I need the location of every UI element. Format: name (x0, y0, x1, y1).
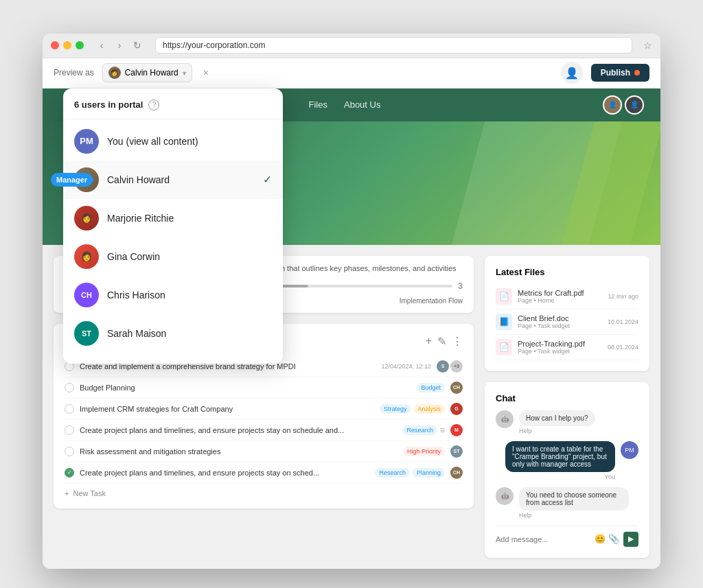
chat-label-3: Help (519, 512, 629, 519)
minimize-traffic-light[interactable] (63, 41, 71, 49)
chat-avatar-help-1: 🤖 (496, 410, 514, 428)
file-date-2: 10.01.2024 (608, 318, 638, 325)
dropdown-item-calvin[interactable]: Manager 🧑 Calvin Howard ✓ (63, 161, 283, 199)
task-tag-analysis: Analysis (413, 404, 445, 414)
nav-about[interactable]: About Us (344, 99, 380, 110)
dropdown-avatar-gina: 👩 (74, 244, 99, 269)
task-name-6: Create project plans and timelines, and … (80, 469, 369, 477)
forward-button[interactable]: › (113, 38, 126, 52)
task-tag-research2: Research (375, 468, 410, 478)
task-tag-strategy: Strategy (380, 404, 411, 414)
close-traffic-light[interactable] (51, 41, 59, 49)
chat-avatar-help-2: 🤖 (496, 487, 514, 505)
publish-indicator (634, 70, 640, 75)
task-checkbox-3[interactable] (65, 404, 74, 414)
task-tags-4: Research ≡ (402, 425, 445, 435)
dropdown-avatar-marjorie: 👩 (74, 206, 99, 231)
preview-as-selector[interactable]: 🧑 Calvin Howard ▾ (102, 63, 192, 82)
bookmark-icon[interactable]: ☆ (643, 40, 652, 51)
chat-label-2: You (505, 473, 615, 480)
task-row: Risk assessment and mitigation strategie… (65, 441, 463, 462)
manager-label: Manager (56, 176, 87, 184)
address-bar[interactable]: https://your-corporation.com (155, 37, 632, 54)
chat-input-icons: 😊 📎 (595, 534, 619, 544)
task-tag-planning: Planning (413, 468, 445, 478)
dropdown-item-chris[interactable]: CH Chris Harison (63, 276, 283, 314)
file-meta-1: Page • Home (518, 297, 602, 304)
dropdown-item-name-marjorie: Marjorie Ritchie (107, 213, 272, 224)
url-text: https://your-corporation.com (163, 40, 265, 50)
dropdown-item-you[interactable]: PM You (view all content) (63, 122, 283, 161)
file-meta-2: Page • Task widget (518, 322, 602, 329)
edit-task-icon[interactable]: ✎ (437, 335, 446, 348)
new-task-button[interactable]: + New Task (65, 489, 463, 497)
chat-avatar-pm: PM (621, 441, 638, 459)
chat-message-3: 🤖 You need to choose someone from access… (496, 487, 638, 519)
chat-widget: Chat 🤖 How can I help you? Help PM (485, 382, 649, 558)
task-checkbox-6[interactable]: ✓ (65, 468, 74, 478)
close-preview-button[interactable]: × (203, 67, 209, 78)
site-nav: Files About Us (309, 99, 381, 110)
publish-button[interactable]: Publish (591, 64, 649, 82)
traffic-lights (51, 41, 84, 49)
browser-actions: ☆ (643, 40, 652, 51)
progress-track-2 (272, 285, 452, 287)
browser-toolbar: Preview as 🧑 Calvin Howard ▾ × 👤 Publish (43, 58, 660, 89)
chat-bubble-wrapper-2: I want to create a table for the "Crampe… (505, 441, 615, 480)
task-avatars-2: CH (450, 381, 463, 394)
file-name-2: Client Brief.doc (518, 314, 602, 322)
dropdown-item-name-you: You (view all content) (107, 136, 272, 147)
attach-icon[interactable]: 📎 (608, 534, 619, 544)
chat-message-1: 🤖 How can I help you? Help (496, 410, 638, 434)
file-name-1: Metrics for Craft.pdf (518, 289, 602, 297)
user-settings-icon[interactable]: 👤 (561, 62, 583, 84)
back-button[interactable]: ‹ (95, 38, 108, 52)
browser-window: ‹ › ↻ https://your-corporation.com ☆ Pre… (43, 34, 660, 569)
nav-files[interactable]: Files (309, 99, 327, 110)
file-meta-3: Page • Task widget (518, 348, 602, 355)
task-avatar: CH (450, 381, 463, 394)
file-info-3: Project-Tracking.pdf Page • Task widget (518, 340, 602, 355)
chat-input[interactable] (496, 535, 590, 543)
preview-as-label: Preview as (54, 68, 94, 78)
dropdown-title: 6 users in portal (74, 99, 143, 110)
list-icon: ≡ (440, 425, 445, 435)
dropdown-item-sarah[interactable]: ST Sarah Maison (63, 314, 283, 353)
help-icon[interactable]: ? (148, 99, 159, 110)
task-avatar: ST (450, 445, 463, 458)
chat-messages: 🤖 How can I help you? Help PM I want to … (496, 410, 638, 519)
emoji-icon[interactable]: 😊 (595, 534, 606, 544)
task-tags-2: Budget (417, 383, 445, 392)
file-row-2: 📘 Client Brief.doc Page • Task widget 10… (496, 309, 638, 335)
task-tags-3: Strategy Analysis (380, 404, 445, 414)
reload-button[interactable]: ↻ (130, 38, 144, 52)
dropdown-header: 6 users in portal ? (63, 99, 283, 119)
dropdown-item-name-calvin: Calvin Howard (107, 174, 255, 185)
selected-checkmark: ✓ (263, 173, 272, 186)
progress-step-3: 3 (458, 281, 463, 291)
plus-icon: + (65, 489, 69, 497)
dropdown-item-gina[interactable]: 👩 Gina Corwin (63, 237, 283, 276)
maximize-traffic-light[interactable] (76, 41, 84, 49)
file-date-1: 12 min ago (608, 293, 638, 300)
header-avatar-1: 👤 (603, 95, 622, 115)
pdf-icon-2: 📄 (496, 339, 512, 355)
task-avatars-4: M (450, 424, 463, 436)
task-name-3: Implement CRM strategies for Craft Compa… (80, 405, 374, 413)
chat-bubble-1: How can I help you? (519, 410, 595, 426)
task-checkbox-2[interactable] (65, 383, 74, 392)
chevron-down-icon: ▾ (183, 69, 186, 77)
pdf-icon-1: 📄 (496, 288, 512, 305)
send-button[interactable]: ▶ (623, 532, 638, 547)
task-checkbox-5[interactable] (65, 447, 74, 456)
task-avatars-5: ST (450, 445, 463, 458)
doc-icon-1: 📘 (496, 314, 512, 330)
chat-label-1: Help (519, 427, 595, 434)
dropdown-item-marjorie[interactable]: 👩 Marjorie Ritchie (63, 199, 283, 237)
file-date-3: 08.01.2024 (608, 344, 638, 351)
task-checkbox-4[interactable] (65, 425, 74, 435)
add-task-icon[interactable]: + (426, 335, 432, 348)
task-avatars-6: CH (450, 467, 463, 479)
dropdown-avatar-you: PM (74, 129, 99, 154)
more-task-icon[interactable]: ⋮ (452, 335, 463, 348)
